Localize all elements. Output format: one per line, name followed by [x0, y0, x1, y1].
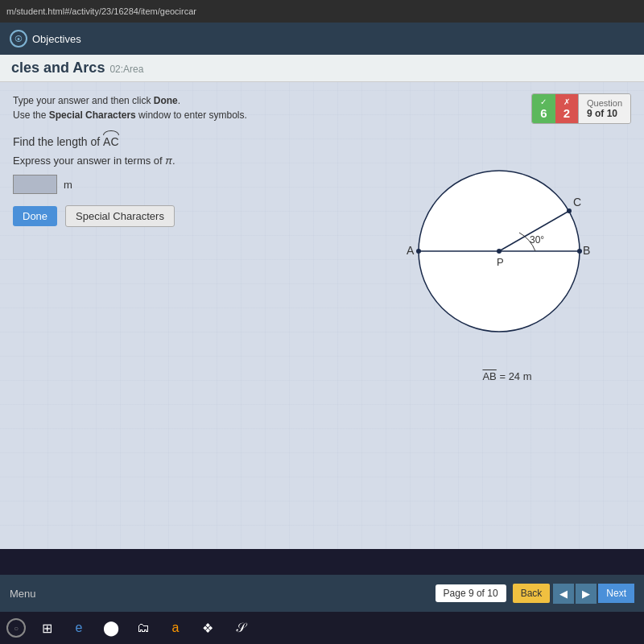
find-length-text: Find the length of	[13, 135, 103, 148]
browser-bar: m/student.html#/activity/23/16284/item/g…	[0, 0, 644, 23]
taskbar-dropbox-icon[interactable]: ❖	[196, 617, 219, 639]
instructions-line2: Use the	[13, 109, 49, 121]
svg-point-6	[567, 208, 572, 213]
taskbar-grid-icon[interactable]: ⊞	[35, 617, 58, 639]
score-correct: ✓ 6	[532, 94, 555, 123]
taskbar-folder-icon[interactable]: 🗂	[132, 617, 155, 639]
objectives-label: Objectives	[32, 33, 81, 45]
taskbar-chrome-icon[interactable]: ⬤	[100, 617, 122, 639]
question-panel: ✓ 6 ✗ 2 Question 9 of 10 Type your answe…	[0, 82, 644, 549]
taskbar-edge-icon[interactable]: e	[68, 617, 90, 639]
wrong-count: 2	[564, 106, 570, 120]
find-length-label: Find the length of AC	[13, 130, 631, 148]
next-button[interactable]: Next	[598, 584, 634, 603]
correct-count: 6	[540, 106, 547, 120]
arc-ac: AC	[103, 130, 118, 148]
question-indicator: Question 9 of 10	[578, 94, 630, 123]
page-subtitle: 02:Area	[109, 64, 143, 75]
top-nav: ⦿ Objectives	[0, 23, 644, 55]
ab-overline: AB	[482, 370, 496, 382]
svg-point-5	[497, 249, 502, 254]
start-button[interactable]: ○	[6, 618, 26, 638]
done-bold: Done	[154, 95, 178, 106]
diameter-value: = 24 m	[499, 370, 531, 382]
question-label: Question	[587, 98, 622, 108]
taskbar-app-icon[interactable]: 𝒮	[229, 617, 251, 639]
instructions-line1b: .	[178, 95, 180, 106]
svg-point-3	[416, 249, 421, 254]
menu-button[interactable]: Menu	[10, 588, 36, 600]
taskbar-amazon-icon[interactable]: a	[164, 617, 187, 639]
url-text: m/student.html#/activity/23/16284/item/g…	[6, 6, 196, 16]
taskbar: ○ ⊞ e ⬤ 🗂 a ❖ 𝒮	[0, 612, 644, 644]
prev-arrow-button[interactable]: ◀	[553, 584, 574, 604]
next-arrow-button[interactable]: ▶	[576, 584, 597, 604]
special-characters-button[interactable]: Special Characters	[65, 205, 175, 227]
objectives-icon: ⦿	[10, 30, 27, 47]
page-indicator: Page 9 of 10	[436, 584, 506, 602]
diameter-label: AB = 24 m	[394, 370, 620, 382]
score-box: ✓ 6 ✗ 2 Question 9 of 10	[531, 93, 631, 124]
page-title: cles and Arcs	[11, 60, 105, 76]
special-chars-bold: Special Characters	[49, 109, 136, 121]
diagram-container: A B C P 30° AB = 24 m	[394, 147, 620, 388]
pi-symbol: π	[165, 155, 172, 167]
svg-text:C: C	[573, 196, 581, 208]
score-wrong: ✗ 2	[555, 94, 578, 123]
svg-text:30°: 30°	[530, 234, 544, 246]
x-icon: ✗	[564, 97, 570, 106]
instructions-line1: Type your answer and then click	[13, 95, 154, 106]
objectives-button[interactable]: ⦿ Objectives	[10, 30, 81, 47]
svg-text:A: A	[407, 244, 415, 257]
instructions-line2b: window to enter symbols.	[136, 109, 247, 121]
arc-text: AC	[103, 135, 118, 148]
back-button[interactable]: Back	[513, 584, 551, 603]
answer-input[interactable]	[13, 175, 57, 194]
done-button[interactable]: Done	[13, 206, 57, 226]
bottom-nav: Menu Page 9 of 10 Back ◀ ▶ Next	[0, 575, 644, 612]
question-num: 9 of 10	[587, 108, 622, 119]
instructions: Type your answer and then click Done. Us…	[13, 93, 399, 122]
page-title-bar: cles and Arcs 02:Area	[0, 55, 644, 82]
unit-label: m	[64, 179, 72, 191]
express-text: Express your answer in terms of	[13, 155, 165, 167]
express-period: .	[172, 155, 175, 167]
check-icon: ✓	[540, 97, 547, 106]
svg-text:P: P	[497, 256, 504, 268]
svg-text:B: B	[583, 244, 590, 257]
circle-diagram: A B C P 30°	[394, 147, 604, 364]
svg-point-4	[577, 249, 582, 254]
